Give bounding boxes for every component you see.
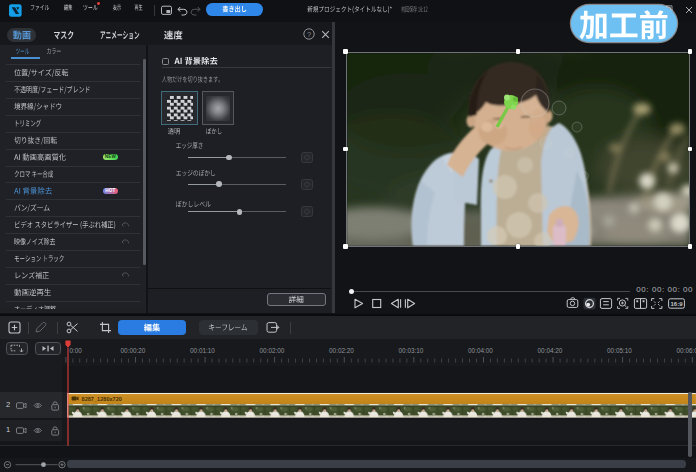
svg-text:8287_1280x720: 8287_1280x720: [82, 396, 122, 402]
